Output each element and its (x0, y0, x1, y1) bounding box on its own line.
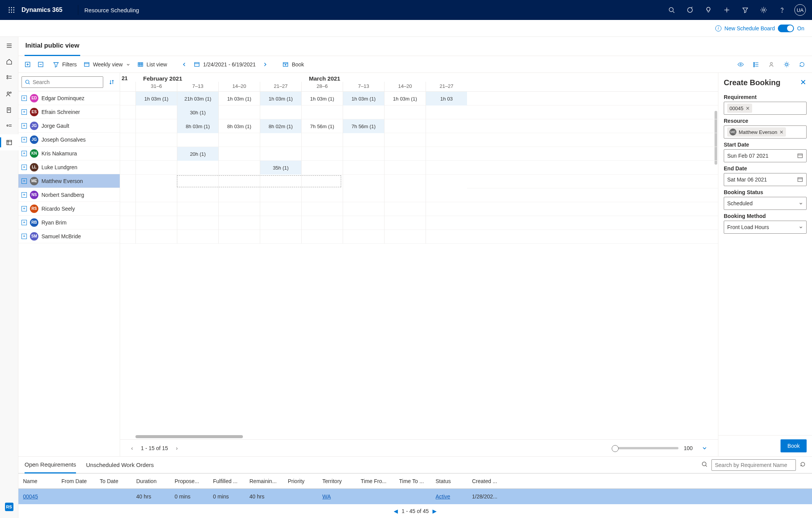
grid-cell[interactable] (343, 230, 384, 244)
resource-row[interactable]: + SM Samuel McBride (18, 229, 120, 243)
book-button[interactable]: Book (279, 58, 307, 71)
refresh-icon[interactable] (795, 58, 809, 71)
expand-icon[interactable]: + (21, 109, 27, 115)
chip-clear-icon[interactable]: ✕ (746, 106, 750, 111)
grid-cell[interactable] (343, 106, 384, 119)
list-view-button[interactable]: List view (134, 58, 170, 71)
grid-cell[interactable] (218, 175, 260, 188)
grid-cell[interactable] (135, 161, 177, 175)
expand-icon[interactable]: + (21, 192, 27, 198)
expand-icon[interactable]: + (21, 234, 27, 239)
chip-clear-icon[interactable]: ✕ (779, 129, 784, 135)
column-header[interactable]: Name (18, 478, 57, 484)
grid-cell[interactable]: 7h 56m (1) (343, 119, 384, 133)
grid-cell[interactable] (135, 106, 177, 119)
rail-document-icon[interactable] (0, 102, 18, 118)
grid-cell[interactable] (135, 147, 177, 161)
grid-cell[interactable] (343, 175, 384, 188)
add-icon[interactable] (718, 1, 736, 19)
start-date-field[interactable]: Sun Feb 07 2021 (724, 149, 807, 162)
expand-icon[interactable]: + (21, 178, 27, 184)
next-range-button[interactable] (259, 58, 271, 71)
grid-cell[interactable] (426, 216, 467, 230)
grid-cell[interactable] (301, 106, 343, 119)
grid-cell[interactable] (426, 230, 467, 244)
grid-cell[interactable] (384, 216, 426, 230)
expand-icon[interactable]: + (21, 123, 27, 129)
grid-cell[interactable]: 1h 03m (1) (384, 92, 426, 106)
column-header[interactable]: To Date (95, 478, 132, 484)
column-header[interactable]: Fulfilled ... (208, 478, 245, 484)
grid-cell[interactable] (177, 216, 218, 230)
grid-cell[interactable] (135, 216, 177, 230)
prev-range-button[interactable] (178, 58, 190, 71)
bp-pager-next-icon[interactable]: ▶ (432, 508, 437, 514)
grid-cell[interactable] (218, 216, 260, 230)
grid-cell[interactable] (384, 202, 426, 216)
resource-row[interactable]: + JG Jorge Gault (18, 119, 120, 133)
column-header[interactable]: Priority (283, 478, 318, 484)
grid-cell[interactable] (301, 161, 343, 175)
grid-cell[interactable] (384, 106, 426, 119)
pager-next-icon[interactable]: › (172, 443, 182, 453)
column-header[interactable]: Time Fro... (356, 478, 394, 484)
requirement-search-input[interactable] (711, 459, 796, 471)
grid-cell[interactable]: 1h 03m (1) (301, 92, 343, 106)
grid-cell[interactable] (218, 230, 260, 244)
method-dropdown[interactable]: Front Load Hours (724, 221, 807, 234)
table-row[interactable]: 00045 40 hrs 0 mins 0 mins 40 hrs WA Act… (18, 489, 812, 504)
status-dropdown[interactable]: Scheduled (724, 197, 807, 210)
grid-cell[interactable] (218, 106, 260, 119)
close-icon[interactable] (800, 79, 807, 87)
grid-cell[interactable] (343, 216, 384, 230)
grid-cell[interactable] (260, 147, 301, 161)
grid-cell[interactable] (343, 202, 384, 216)
grid-cell[interactable] (301, 147, 343, 161)
bp-pager-prev-icon[interactable]: ◀ (394, 508, 398, 514)
resource-row[interactable]: + ES Efrain Schreiner (18, 105, 120, 119)
grid-cell[interactable] (260, 188, 301, 202)
status-link[interactable]: Active (436, 493, 450, 500)
resource-row[interactable]: + LL Luke Lundgren (18, 160, 120, 174)
resource-row[interactable]: + ED Edgar Dominquez (18, 91, 120, 105)
grid-cell[interactable]: 21h 03m (1) (177, 92, 218, 106)
grid-cell[interactable] (301, 202, 343, 216)
grid-cell[interactable] (218, 188, 260, 202)
rail-rs-badge[interactable]: RS (0, 499, 18, 515)
column-header[interactable]: Created ... (467, 478, 506, 484)
grid-cell[interactable] (135, 175, 177, 188)
grid-cell[interactable] (384, 230, 426, 244)
view-dropdown[interactable]: Weekly view (81, 58, 134, 71)
grid-cell[interactable] (343, 161, 384, 175)
grid-cell[interactable] (218, 202, 260, 216)
new-board-toggle[interactable] (778, 25, 794, 32)
territory-link[interactable]: WA (322, 493, 331, 500)
grid-cell[interactable] (135, 230, 177, 244)
gear-icon[interactable] (780, 58, 794, 71)
rail-home-icon[interactable] (0, 54, 18, 70)
pager-prev-icon[interactable]: ‹ (127, 443, 137, 453)
grid-cell[interactable]: 7h 56m (1) (301, 119, 343, 133)
grid-cell[interactable] (426, 133, 467, 147)
grid-cell[interactable]: 8h 03m (1) (218, 119, 260, 133)
grid-cell[interactable] (260, 175, 301, 188)
zoom-slider[interactable] (613, 447, 678, 449)
grid-cell[interactable] (177, 161, 218, 175)
view-tab-active[interactable]: Initial public view (25, 37, 80, 56)
grid-cell[interactable]: 35h (1) (260, 161, 301, 175)
grid-cell[interactable] (218, 133, 260, 147)
resource-row[interactable]: + RB Ryan Brim (18, 216, 120, 229)
search-icon[interactable] (662, 1, 681, 19)
lightbulb-icon[interactable] (699, 1, 718, 19)
column-header[interactable]: From Date (57, 478, 95, 484)
expand-icon[interactable]: + (21, 96, 27, 101)
resource-search-input[interactable] (21, 76, 103, 88)
column-header[interactable]: Duration (132, 478, 170, 484)
resource-row[interactable]: + NS Norbert Sandberg (18, 188, 120, 202)
grid-cell[interactable] (301, 230, 343, 244)
grid-cell[interactable] (135, 119, 177, 133)
grid-cell[interactable] (218, 161, 260, 175)
person-pin-icon[interactable] (764, 58, 778, 71)
help-icon[interactable] (773, 1, 791, 19)
grid-cell[interactable] (384, 188, 426, 202)
